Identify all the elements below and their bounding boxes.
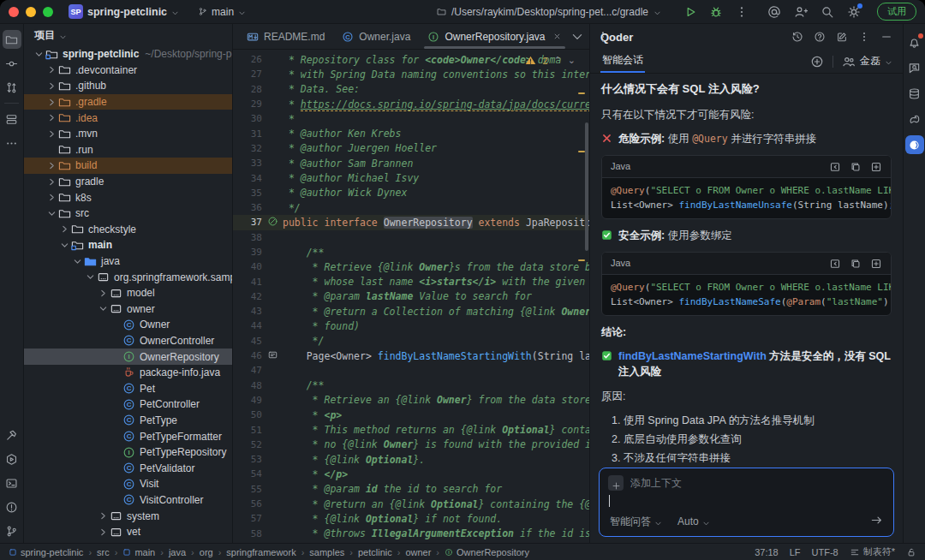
chevron-down-icon[interactable] [45,207,58,220]
chevron-down-icon[interactable] [58,239,71,252]
tab-list-chevron-icon[interactable] [570,30,584,44]
new-session-icon[interactable] [810,55,824,69]
indent-setting[interactable]: 制表符* [850,545,895,558]
tree-item-VisitController[interactable]: CVisitController [24,492,232,509]
code-line-58[interactable]: 58 * @throws IllegalArgumentException if… [233,527,589,541]
querygut-gutter-icon[interactable] [262,349,283,363]
chevron-right-icon[interactable] [45,128,58,140]
add-file-icon[interactable] [870,161,882,173]
more-actions-button[interactable] [735,5,749,19]
breadcrumb-item-owner[interactable]: owner [405,547,431,557]
tree-item-org.springframework.samples.p[interactable]: org.springframework.samples.p [24,269,232,285]
code-line-38[interactable]: 38 [233,230,589,245]
code-line-32[interactable]: 32 * @author Juergen Hoeller [233,141,589,156]
code-block-body[interactable]: @Query("SELECT o FROM Owner o WHERE o.la… [602,178,891,218]
tree-item-.devcontainer[interactable]: .devcontainer [24,63,232,79]
code-editor[interactable]: 26 * Repository class for <code>Owner</c… [233,50,589,543]
code-line-46[interactable]: 46 Page<Owner> findByLastNameStartingWit… [233,349,589,363]
zoom-window-button[interactable] [43,7,53,17]
tab-Owner.java[interactable]: COwner.java [333,24,419,49]
copy-code-icon[interactable] [850,161,862,173]
chevron-right-icon[interactable] [45,80,58,92]
code-line-55[interactable]: 55 * @param id the id to search for [233,482,589,497]
breadcrumb-item-java[interactable]: java [169,547,186,557]
close-window-button[interactable] [9,7,19,17]
file-encoding[interactable]: UTF-8 [812,547,838,557]
toolbar-item-gradle[interactable] [905,110,924,128]
mode-selector[interactable]: 智能问答 [610,515,662,529]
tree-item-Pet[interactable]: CPet [24,380,232,396]
breadcrumb-item-main[interactable]: main [122,547,155,557]
chevron-right-icon[interactable] [97,526,110,539]
code-line-36[interactable]: 36 */ [233,200,589,215]
tree-item-.gradle[interactable]: .gradle [24,94,232,110]
breadcrumb-item-petclinic[interactable]: petclinic [358,547,392,557]
tree-item-package-info.java[interactable]: package-info.java [24,365,232,381]
activity-item-pull-requests[interactable] [3,78,21,97]
user-menu[interactable]: 金磊 [842,54,892,69]
model-selector[interactable]: Auto [677,515,710,527]
tree-item-OwnerRepository[interactable]: IOwnerRepository [24,349,232,365]
tree-item-.idea[interactable]: .idea [24,110,232,126]
code-line-29[interactable]: 29 * https://docs.spring.io/spring-data/… [233,97,589,111]
more-options-icon[interactable] [858,31,870,43]
code-line-42[interactable]: 42 * @param lastName Value to search for [233,289,589,304]
minimize-window-button[interactable] [26,7,36,17]
code-line-30[interactable]: 30 * [233,111,589,126]
toolbar-item-notifications[interactable] [905,33,924,51]
tree-item-PetValidator[interactable]: CPetValidator [24,460,232,476]
tree-item-Owner[interactable]: COwner [24,317,232,333]
tree-item-main[interactable]: main [24,237,232,253]
settings-button[interactable] [847,5,861,19]
activity-item-services[interactable] [3,450,21,468]
code-line-37[interactable]: 37public interface OwnerRepository exten… [233,215,589,229]
debug-button[interactable] [709,5,723,19]
activity-item-build[interactable] [3,426,21,444]
copy-code-icon[interactable] [850,258,862,270]
chevron-down-icon[interactable] [33,48,45,61]
activity-item-commit[interactable] [3,54,21,73]
activity-item-problems[interactable] [3,497,21,516]
code-line-40[interactable]: 40 * Retrieve {@link Owner}s from the da… [233,259,589,274]
hide-panel-icon[interactable] [880,31,892,43]
code-line-33[interactable]: 33 * @author Sam Brannen [233,156,589,170]
breadcrumb-item-src[interactable]: src [97,547,110,557]
code-line-44[interactable]: 44 * found) [233,319,589,333]
tree-item-OwnerController[interactable]: COwnerController [24,333,232,349]
help-icon[interactable] [814,31,826,43]
ai-assistant-icon[interactable] [767,5,781,19]
send-button[interactable] [870,514,883,529]
code-line-27[interactable]: 27 * with Spring Data naming conventions… [233,67,589,81]
tab-README.md[interactable]: README.md [238,24,333,49]
new-chat-icon[interactable] [836,31,848,43]
code-line-56[interactable]: 56 * @return an {@link Optional} contain… [233,497,589,511]
prev-problem-button[interactable]: ⌃ [554,55,562,66]
add-file-icon[interactable] [870,258,882,270]
toolbar-item-ai-chat[interactable] [905,58,924,77]
project-panel-header[interactable]: 项目 [24,24,232,46]
activity-item-more[interactable] [3,134,21,152]
chevron-right-icon[interactable] [58,223,71,235]
chat-input-box[interactable]: 添加上下文 智能问答 Auto [599,468,894,537]
tree-item-gradle[interactable]: gradle [24,174,232,190]
code-line-35[interactable]: 35 * @author Wick Dynex [233,186,589,200]
code-line-52[interactable]: 52 * no {@link Owner} is found with the … [233,438,589,452]
next-problem-button[interactable]: ⌄ [568,55,576,66]
line-separator[interactable]: LF [790,547,801,557]
code-line-34[interactable]: 34 * @author Michael Isvy [233,170,589,185]
chevron-down-icon[interactable] [97,302,110,315]
code-line-43[interactable]: 43 * @return a Collection of matching {@… [233,304,589,319]
code-line-41[interactable]: 41 * whose last name <i>starts</i> with … [233,274,589,289]
tab-OwnerRepository.java[interactable]: IOwnerRepository.java [419,24,570,49]
tree-item-src[interactable]: src [24,206,232,222]
chevron-right-icon[interactable] [45,159,58,172]
activity-item-version-control[interactable] [3,521,21,540]
code-line-28[interactable]: 28 * Data. See: [233,82,589,97]
project-widget[interactable]: SP spring-petclinic [69,4,179,19]
history-icon[interactable] [791,31,803,43]
chevron-right-icon[interactable] [45,191,58,204]
caret-position[interactable]: 37:18 [755,547,779,557]
branch-widget[interactable]: main [198,6,246,18]
search-everywhere-button[interactable] [821,5,834,19]
insert-code-icon[interactable] [829,258,841,270]
